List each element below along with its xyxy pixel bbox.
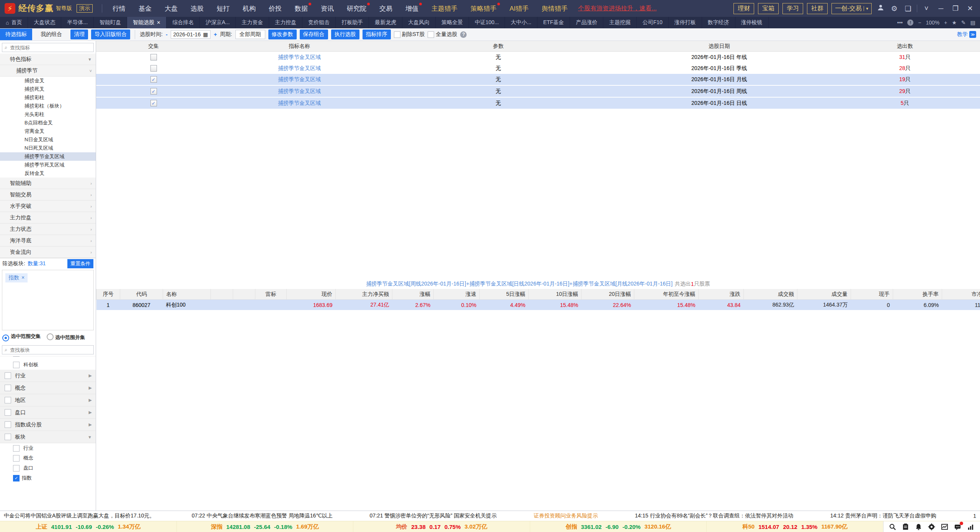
news-item[interactable]: 14:12 贵州茅台声明：谨防飞天茅台虚假申购	[830, 512, 936, 519]
board-search[interactable]: ⌕	[2, 345, 94, 354]
tree-leaf[interactable]: 捕捞彩柱	[0, 93, 96, 102]
radio-intersect[interactable]: 选中范围交集	[2, 333, 41, 341]
import-old-combo-button[interactable]: 导入旧版组合	[91, 29, 130, 39]
news-item-risk-notice[interactable]: 证券投资顾问业务风险提示	[534, 512, 598, 519]
indicator-search[interactable]: ⌕	[2, 43, 94, 52]
menu-theme-hunter[interactable]: 主题猎手	[425, 4, 464, 13]
board-child-index-checked[interactable]: ✓指数	[0, 473, 96, 483]
col-price[interactable]: 现价	[287, 289, 336, 300]
clean-button[interactable]: 清理	[70, 29, 88, 39]
tree-group-smart-assist[interactable]: 智能辅助›	[0, 178, 96, 189]
board-item-star-market[interactable]: 科创板	[0, 360, 96, 370]
teach-link[interactable]: 教学≫	[957, 31, 976, 38]
tab-theme-mining[interactable]: 主题挖掘	[603, 17, 637, 28]
layout-icon[interactable]: ▤	[970, 20, 975, 26]
tree-leaf[interactable]: N日金叉区域	[0, 135, 96, 144]
wealth-button[interactable]: 理财	[733, 3, 754, 14]
board-group-concept[interactable]: 概念▶	[0, 382, 96, 394]
panel-icon[interactable]: ❏	[903, 4, 913, 13]
close-icon[interactable]: ✕	[157, 20, 160, 25]
signal-bars-icon[interactable]	[967, 523, 975, 530]
tab-limit-prism[interactable]: 涨停棱镜	[735, 17, 769, 28]
col-name[interactable]: 名称	[163, 289, 211, 300]
board-group-index-constituents[interactable]: 指数成分股▶	[0, 419, 96, 431]
tab-etf[interactable]: ETF基金	[537, 17, 570, 28]
help-icon[interactable]: ?	[460, 31, 467, 38]
indicator-link[interactable]: 捕捞季节金叉区域	[211, 88, 388, 95]
save-combo-button[interactable]: 保存组合	[300, 29, 328, 39]
col-volume[interactable]: 成交量	[797, 289, 851, 300]
tab-digital-economy[interactable]: 数字经济	[702, 17, 735, 28]
reset-conditions-button[interactable]: 重置条件	[67, 259, 93, 268]
menu-data[interactable]: 数据	[288, 4, 314, 13]
tree-leaf[interactable]: 捕捞金叉	[0, 77, 96, 85]
tree-group-ocean-bottom[interactable]: 海洋寻底›	[0, 235, 96, 246]
row-checkbox-checked[interactable]: ✓	[150, 88, 157, 95]
indicator-search-input[interactable]	[9, 44, 91, 51]
menu-market[interactable]: 大盘	[158, 4, 184, 13]
tree-leaf[interactable]: 捕捞季节死叉区域	[0, 161, 96, 169]
menu-sentiment-hunter[interactable]: 舆情猎手	[535, 4, 574, 13]
tree-leaf[interactable]: 捕捞彩柱（板块）	[0, 102, 96, 110]
board-child-concept[interactable]: 概念	[0, 453, 96, 463]
gear-icon[interactable]: ⚙	[889, 4, 899, 13]
news-item[interactable]: 14:15 行业协会有89名“副会长”？联合调查组：依法暂停其对外活动	[635, 512, 793, 519]
tree-group-special-indicators[interactable]: 特色指标▼	[0, 54, 96, 65]
tab-market-state[interactable]: 大盘状态	[28, 17, 61, 28]
tree-group-main-control[interactable]: 主力控盘›	[0, 212, 96, 224]
tab-my-combos[interactable]: 我的组合	[35, 29, 67, 40]
tree-group-smart-trade[interactable]: 智能交易›	[0, 189, 96, 201]
menu-ai-hunter[interactable]: AI猎手	[503, 4, 535, 13]
index-shanghai[interactable]: 上证 4101.91 -10.69 -0.26% 1.34万亿	[0, 521, 176, 532]
exclude-st-checkbox[interactable]: 剔除ST股	[394, 31, 425, 38]
chart-icon[interactable]	[941, 523, 949, 530]
date-increment-button[interactable]: +	[214, 31, 217, 38]
menu-value-added[interactable]: 增值	[399, 4, 425, 13]
row-checkbox-checked[interactable]: ✓	[150, 100, 157, 106]
board-group-industry[interactable]: 行业▶	[0, 370, 96, 382]
menu-strategy-hunter[interactable]: 策略猎手	[464, 4, 503, 13]
clipboard-icon[interactable]	[902, 523, 910, 530]
promo-link[interactable]: 个股有游资进场拉升，速看...	[578, 5, 657, 13]
tab-main-control[interactable]: 主力控盘	[269, 17, 302, 28]
tab-main-funds[interactable]: 主力资金	[236, 17, 269, 28]
board-chip-index[interactable]: 指数×	[5, 273, 28, 282]
tab-market-wind[interactable]: 大盘风向	[402, 17, 436, 28]
target-icon[interactable]	[928, 523, 936, 530]
tab-smart-watch[interactable]: 智能盯盘	[94, 17, 127, 28]
broker-trade-button[interactable]: 一创-交易▾	[831, 3, 872, 14]
tree-leaf[interactable]: N日死叉区域	[0, 144, 96, 152]
bell-icon[interactable]	[915, 523, 923, 530]
menu-stock-pick[interactable]: 选股	[184, 4, 210, 13]
col-turnover[interactable]: 换手率	[893, 289, 942, 300]
modify-params-button[interactable]: 修改参数	[268, 29, 297, 39]
tab-pending-indicators[interactable]: 待选指标	[0, 29, 32, 40]
board-group-boards[interactable]: 板块▼	[0, 431, 96, 443]
col-5d[interactable]: 5日涨幅	[480, 289, 529, 300]
col-seq[interactable]: 序号	[96, 289, 120, 300]
tab-smart-pick[interactable]: 智能选股✕	[127, 17, 167, 28]
tree-leaf[interactable]: B点回档金叉	[0, 119, 96, 127]
news-item[interactable]: 07:22 中央气象台继续发布寒潮蓝色预警 局地降温16℃以上	[192, 512, 333, 519]
community-button[interactable]: 社群	[807, 3, 828, 14]
board-group-region[interactable]: 地区▶	[0, 394, 96, 406]
tab-product-price[interactable]: 产品涨价	[570, 17, 603, 28]
tab-limit-helper[interactable]: 打板助手	[336, 17, 369, 28]
col-pb[interactable]: 市净率	[942, 289, 980, 300]
tab-strategy-panorama[interactable]: 策略全景	[436, 17, 469, 28]
period-select[interactable]: 全部周期	[235, 30, 265, 39]
menu-trade[interactable]: 交易	[373, 4, 399, 13]
col-speed[interactable]: 涨速	[434, 289, 480, 300]
col-20d[interactable]: 20日涨幅	[581, 289, 634, 300]
tab-csi100[interactable]: 中证100...	[469, 17, 505, 28]
menu-value-invest[interactable]: 价投	[262, 4, 288, 13]
calendar-icon[interactable]: ▦	[203, 31, 208, 38]
radio-union[interactable]: 选中范围并集	[47, 333, 85, 341]
user-icon[interactable]	[875, 4, 885, 13]
tree-group-fishing-season[interactable]: 捕捞季节˅	[0, 65, 96, 77]
col-10d[interactable]: 10日涨幅	[529, 289, 581, 300]
menu-quotes[interactable]: 行情	[106, 4, 132, 13]
news-item[interactable]: 中金公司将中国铝业A股评级上调至跑赢大盘，目标价17.10元。	[4, 512, 155, 519]
full-pick-checkbox[interactable]: 全量选股	[428, 31, 457, 38]
index-average-price[interactable]: 均价 23.38 0.17 0.75% 3.02万亿	[353, 521, 530, 532]
